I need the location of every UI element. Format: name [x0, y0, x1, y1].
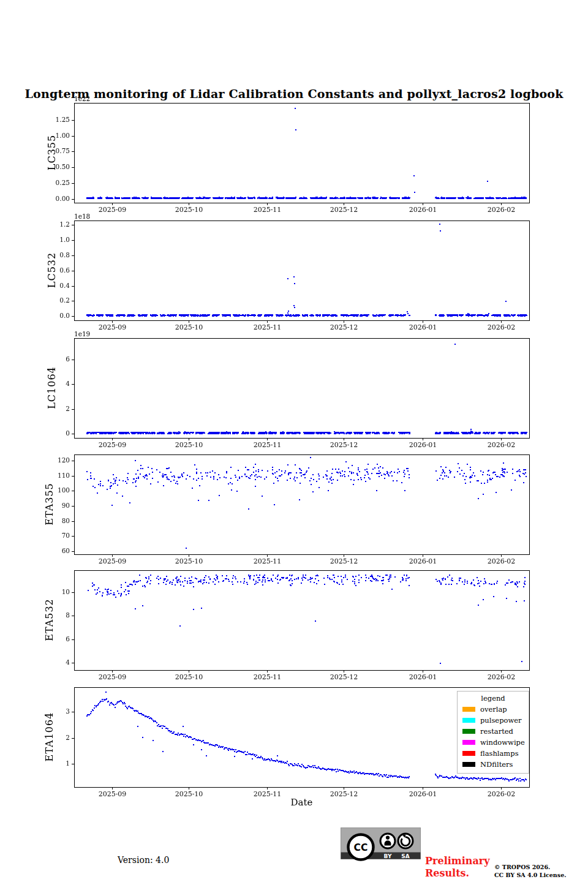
y-axis-label-eta355: ETA355: [43, 483, 55, 526]
copyright-note: © TROPOS 2026. CC BY SA 4.0 License.: [494, 864, 566, 879]
cc-badge: CC BY SA: [341, 827, 421, 863]
legend-entry-label: overlap: [480, 705, 507, 714]
legend-entry-restarted: restarted: [458, 726, 529, 737]
preliminary-line1: Preliminary: [425, 855, 490, 867]
legend-entry-label: windowwipe: [480, 738, 525, 747]
y-axis-label-eta532: ETA532: [43, 598, 55, 641]
windowwipe-swatch-icon: [462, 740, 475, 745]
legend-entry-label: restarted: [480, 727, 513, 736]
legend-entry-NDfilters: NDfilters: [458, 759, 529, 770]
y-axis-label-eta1064: ETA1064: [43, 712, 55, 762]
legend-entry-windowwipe: windowwipe: [458, 737, 529, 748]
copyright-line1: © TROPOS 2026.: [494, 864, 566, 872]
legend-entry-overlap: overlap: [458, 704, 529, 715]
x-axis-label: Date: [74, 797, 529, 808]
legend-title: legend: [458, 694, 529, 703]
overlap-swatch-icon: [462, 707, 475, 712]
legend-entry-label: NDfilters: [480, 760, 513, 769]
pulsepower-swatch-icon: [462, 718, 475, 723]
cc-circle-label: CC: [354, 842, 368, 853]
legend-entry-flashlamps: flashlamps: [458, 748, 529, 759]
version-label: Version: 4.0: [118, 855, 169, 865]
sa-band-label: SA: [401, 853, 409, 859]
flashlamps-swatch-icon: [462, 751, 475, 756]
copyright-line2: CC BY SA 4.0 License.: [494, 872, 566, 880]
y-axis-label-lc355: LC355: [46, 135, 58, 170]
legend: legend overlappulsepowerrestartedwindoww…: [457, 691, 529, 774]
person-icon: [386, 836, 390, 840]
offset-label-1e19: 1e19: [74, 330, 90, 337]
offset-label-1e22: 1e22: [74, 95, 90, 102]
preliminary-line2: Results.: [425, 867, 490, 880]
NDfilters-swatch-icon: [462, 762, 475, 767]
calibration-plots-canvas: [0, 0, 588, 802]
legend-entry-pulsepower: pulsepower: [458, 715, 529, 726]
figure-page: { "figure": { "title": "Longterm monitor…: [0, 0, 588, 882]
offset-label-1e18: 1e18: [74, 213, 90, 220]
restarted-swatch-icon: [462, 729, 475, 734]
legend-entry-label: pulsepower: [480, 716, 522, 725]
y-axis-label-lc1064: LC1064: [46, 366, 58, 409]
legend-entry-label: flashlamps: [480, 749, 519, 758]
y-axis-label-lc532: LC532: [46, 252, 58, 288]
by-band-label: BY: [384, 853, 392, 859]
preliminary-results-note: Preliminary Results.: [425, 855, 490, 879]
